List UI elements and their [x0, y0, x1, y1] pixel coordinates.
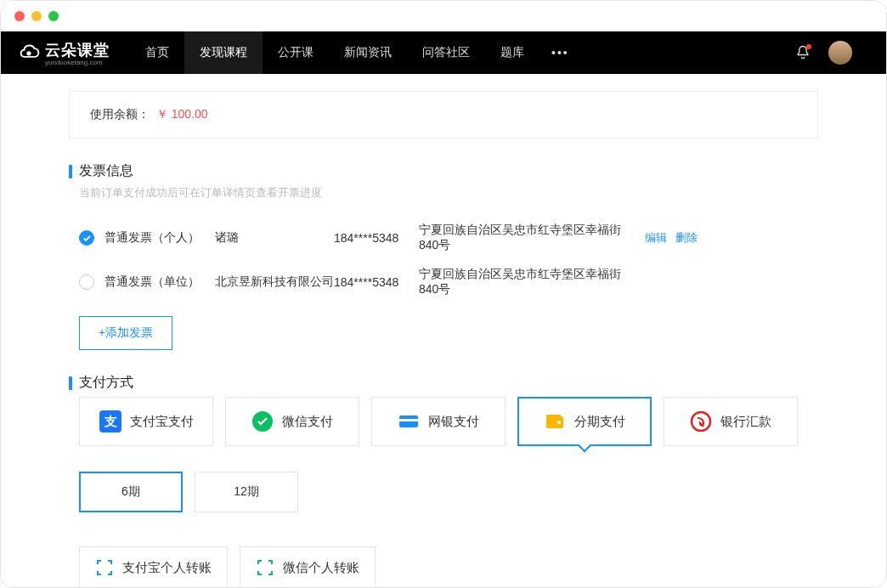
- invoice-type: 普通发票（单位）: [105, 274, 215, 290]
- scan-icon: [256, 558, 274, 577]
- nav-items: 首页 发现课程 公开课 新闻资讯 问答社区 题库 •••: [130, 31, 581, 74]
- invoice-addr: 宁夏回族自治区吴忠市红寺堡区幸福街840号: [419, 267, 640, 297]
- titlebar: [1, 1, 886, 31]
- cloud-icon: [18, 42, 40, 64]
- payment-methods: 支 支付宝支付 微信支付 网银支付: [79, 397, 818, 446]
- invoice-name: 诸璐: [215, 230, 334, 246]
- window-controls: [14, 11, 59, 21]
- svg-point-0: [26, 51, 31, 55]
- brand-logo[interactable]: 云朵课堂 yunduoketang.com: [18, 40, 110, 66]
- invoice-title: 发票信息: [69, 162, 818, 180]
- pay-label: 微信支付: [282, 414, 333, 430]
- personal-transfers: 支付宝个人转账 微信个人转账: [79, 546, 818, 587]
- maximize-window-button[interactable]: [48, 11, 59, 21]
- invoice-delete[interactable]: 删除: [675, 231, 698, 244]
- invoice-radio[interactable]: [79, 230, 94, 246]
- balance-amount: ￥ 100.00: [156, 107, 208, 121]
- svg-text:支: 支: [103, 414, 116, 428]
- svg-point-9: [692, 412, 710, 431]
- alipay-icon: 支: [99, 410, 121, 433]
- wallet-icon: [544, 410, 566, 433]
- nav-more[interactable]: •••: [540, 31, 581, 74]
- card-icon: [398, 410, 420, 433]
- invoice-radio[interactable]: [79, 274, 94, 290]
- pay-wechat[interactable]: 微信支付: [225, 397, 359, 446]
- user-avatar[interactable]: [828, 41, 852, 65]
- svg-rect-7: [546, 415, 561, 418]
- minimize-window-button[interactable]: [31, 11, 42, 21]
- pay-alipay[interactable]: 支 支付宝支付: [79, 397, 213, 446]
- scan-icon: [95, 558, 114, 577]
- notification-dot: [806, 44, 811, 49]
- term-12[interactable]: 12期: [195, 472, 298, 512]
- transfer-label: 微信个人转账: [283, 560, 359, 576]
- bank-icon: [690, 410, 712, 433]
- invoice-section: 发票信息 当前订单支付成功后可在订单详情页查看开票进度 普通发票（个人） 诸璐 …: [69, 162, 818, 350]
- notifications-button[interactable]: [794, 44, 811, 61]
- svg-rect-5: [399, 419, 418, 421]
- invoice-sub: 当前订单支付成功后可在订单详情页查看开票进度: [79, 185, 818, 201]
- pay-label: 支付宝支付: [130, 414, 194, 430]
- installment-terms: 6期 12期: [79, 472, 818, 512]
- payment-section: 支付方式 支 支付宝支付 微信支付: [69, 374, 818, 587]
- invoice-actions: 编辑 删除: [640, 230, 698, 246]
- wechat-icon: [251, 410, 274, 433]
- invoice-phone: 184****5348: [334, 275, 419, 289]
- page-content: 使用余额： ￥ 100.00 发票信息 当前订单支付成功后可在订单详情页查看开票…: [1, 74, 886, 587]
- nav-news[interactable]: 新闻资讯: [329, 31, 407, 74]
- check-icon: [82, 234, 92, 243]
- pay-label: 分期支付: [574, 414, 625, 430]
- svg-point-8: [557, 421, 561, 424]
- term-6[interactable]: 6期: [79, 472, 183, 512]
- top-nav: 云朵课堂 yunduoketang.com 首页 发现课程 公开课 新闻资讯 问…: [1, 31, 886, 74]
- invoice-row: 普通发票（单位） 北京昱新科技有限公司 184****5348 宁夏回族自治区吴…: [69, 260, 818, 304]
- add-invoice-button[interactable]: +添加发票: [79, 316, 172, 350]
- app-window: 云朵课堂 yunduoketang.com 首页 发现课程 公开课 新闻资讯 问…: [0, 0, 887, 588]
- pay-unionpay[interactable]: 网银支付: [371, 397, 506, 446]
- invoice-phone: 184****5348: [334, 231, 419, 245]
- nav-discover[interactable]: 发现课程: [184, 31, 263, 74]
- close-window-button[interactable]: [14, 11, 25, 21]
- balance-box: 使用余额： ￥ 100.00: [69, 91, 818, 139]
- brand-name: 云朵课堂: [45, 40, 110, 60]
- invoice-name: 北京昱新科技有限公司: [215, 274, 334, 290]
- pay-installment[interactable]: 分期支付: [517, 397, 652, 446]
- pay-label: 网银支付: [428, 414, 479, 430]
- invoice-type: 普通发票（个人）: [105, 230, 215, 246]
- transfer-alipay[interactable]: 支付宝个人转账: [79, 546, 228, 587]
- nav-bank[interactable]: 题库: [485, 31, 540, 74]
- invoice-edit[interactable]: 编辑: [645, 231, 667, 244]
- invoice-addr: 宁夏回族自治区吴忠市红寺堡区幸福街840号: [419, 223, 640, 253]
- transfer-label: 支付宝个人转账: [122, 560, 212, 576]
- balance-label: 使用余额：: [90, 107, 150, 121]
- payment-title: 支付方式: [69, 374, 818, 392]
- nav-open[interactable]: 公开课: [263, 31, 329, 74]
- nav-home[interactable]: 首页: [130, 31, 184, 74]
- nav-qa[interactable]: 问答社区: [407, 31, 485, 74]
- invoice-row: 普通发票（个人） 诸璐 184****5348 宁夏回族自治区吴忠市红寺堡区幸福…: [69, 216, 818, 260]
- pay-label: 银行汇款: [720, 414, 771, 430]
- pay-bank[interactable]: 银行汇款: [664, 397, 798, 446]
- transfer-wechat[interactable]: 微信个人转账: [240, 546, 376, 587]
- brand-sub: yunduoketang.com: [45, 59, 110, 66]
